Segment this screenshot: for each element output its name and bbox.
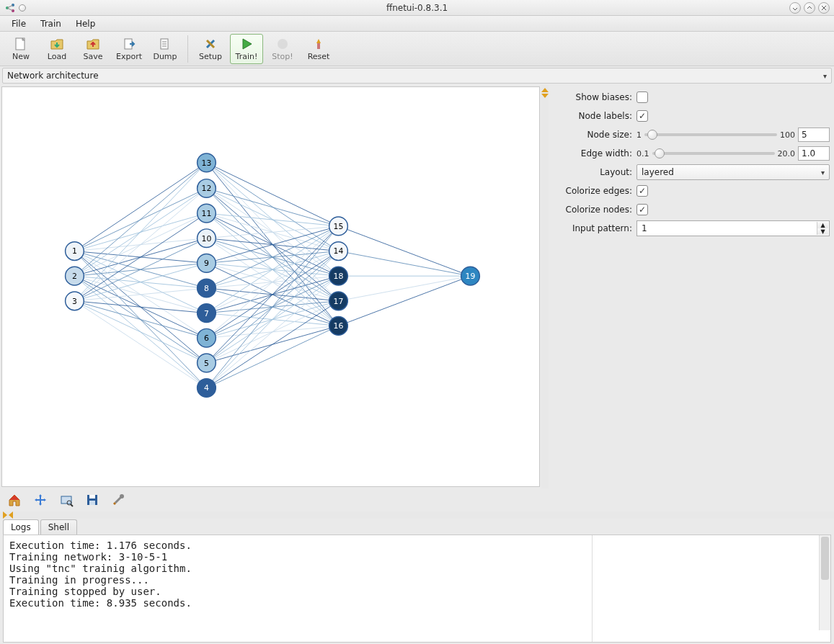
- svg-text:5: 5: [204, 359, 209, 368]
- input-pattern-spinner[interactable]: 1 ▲▼: [636, 220, 830, 236]
- node-9[interactable]: 9: [198, 254, 216, 272]
- node-14[interactable]: 14: [329, 242, 348, 261]
- node-4[interactable]: 4: [198, 379, 216, 398]
- network-canvas[interactable]: 12313121110987654151418171619: [1, 86, 540, 487]
- edge-width-slider[interactable]: [652, 152, 775, 155]
- home-icon[interactable]: [6, 491, 23, 509]
- maximize-button[interactable]: [804, 2, 815, 14]
- window-menu-icon[interactable]: [19, 4, 26, 12]
- vertical-splitter[interactable]: [541, 85, 549, 488]
- save-plot-icon[interactable]: [84, 491, 101, 509]
- save-icon: [85, 36, 101, 52]
- toolbar-new-button[interactable]: New: [4, 34, 37, 64]
- node-labels-checkbox[interactable]: ✓: [636, 110, 648, 122]
- toolbar-save-button[interactable]: Save: [76, 34, 110, 64]
- svg-text:11: 11: [202, 209, 212, 218]
- svg-line-95: [338, 226, 470, 276]
- colorize-edges-checkbox[interactable]: ✓: [636, 185, 648, 197]
- layout-combo[interactable]: layered ▾: [636, 164, 830, 180]
- node-size-slider[interactable]: [644, 133, 777, 136]
- menubar: File Train Help: [0, 16, 834, 32]
- close-button[interactable]: [818, 2, 830, 14]
- show-biases-checkbox[interactable]: [636, 91, 648, 103]
- svg-point-13: [278, 39, 288, 49]
- architecture-combo-label: Network architecture: [7, 71, 99, 81]
- node-7[interactable]: 7: [198, 304, 216, 323]
- node-8[interactable]: 8: [198, 279, 216, 298]
- svg-text:18: 18: [334, 272, 344, 281]
- svg-line-38: [74, 238, 206, 301]
- pan-icon[interactable]: [32, 491, 49, 509]
- input-pattern-label: Input pattern:: [553, 223, 632, 233]
- tab-shell[interactable]: Shell: [40, 519, 77, 535]
- log-text[interactable]: Execution time: 1.176 seconds. Training …: [4, 535, 593, 642]
- architecture-combo[interactable]: Network architecture ▾: [2, 68, 832, 84]
- svg-line-3: [7, 5, 13, 8]
- toolbar-train-label: Train!: [236, 52, 258, 61]
- toolbar-train-button[interactable]: Train!: [230, 34, 263, 64]
- svg-text:1: 1: [72, 246, 77, 256]
- menu-file[interactable]: File: [4, 17, 33, 30]
- colorize-nodes-label: Colorize nodes:: [553, 205, 632, 215]
- svg-rect-143: [89, 501, 95, 505]
- app-icon: [4, 2, 26, 14]
- minimize-button[interactable]: [789, 2, 801, 14]
- spin-up-icon[interactable]: ▲: [817, 222, 828, 228]
- svg-text:6: 6: [204, 334, 209, 343]
- toolbar-setup-button[interactable]: Setup: [194, 34, 227, 64]
- node-1[interactable]: 1: [66, 242, 84, 261]
- menu-train[interactable]: Train: [33, 17, 68, 30]
- svg-line-60: [206, 226, 338, 238]
- svg-line-25: [74, 163, 206, 276]
- svg-text:17: 17: [334, 297, 344, 306]
- node-19[interactable]: 19: [461, 267, 480, 285]
- toolbar-new-label: New: [12, 52, 30, 61]
- node-18[interactable]: 18: [329, 267, 348, 285]
- svg-text:13: 13: [202, 158, 212, 168]
- node-15[interactable]: 15: [329, 217, 348, 236]
- svg-text:19: 19: [466, 272, 476, 281]
- toolbar-reset-button[interactable]: Reset: [302, 34, 335, 64]
- svg-line-80: [206, 226, 338, 338]
- toolbar-setup-label: Setup: [199, 52, 222, 61]
- zoom-icon[interactable]: [58, 491, 75, 509]
- toolbar-load-button[interactable]: Load: [40, 34, 74, 64]
- export-icon: [121, 36, 137, 52]
- vertical-scrollbar[interactable]: [819, 535, 830, 630]
- node-2[interactable]: 2: [66, 267, 84, 285]
- node-12[interactable]: 12: [198, 179, 216, 198]
- svg-line-44: [74, 301, 206, 388]
- node-16[interactable]: 16: [329, 317, 348, 336]
- svg-text:7: 7: [204, 309, 209, 318]
- node-10[interactable]: 10: [198, 229, 216, 248]
- colorize-edges-label: Colorize edges:: [553, 186, 632, 196]
- horizontal-splitter[interactable]: [0, 511, 834, 519]
- log-side-panel: [593, 535, 830, 642]
- tab-logs[interactable]: Logs: [3, 519, 39, 535]
- toolbar-dump-button[interactable]: Dump: [148, 34, 182, 64]
- toolbar-stop-label: Stop!: [272, 52, 293, 61]
- configure-icon[interactable]: [110, 491, 127, 509]
- node-size-input[interactable]: 5: [798, 128, 830, 142]
- node-11[interactable]: 11: [198, 204, 216, 223]
- node-3[interactable]: 3: [66, 292, 84, 310]
- node-17[interactable]: 17: [329, 292, 348, 310]
- colorize-nodes-checkbox[interactable]: ✓: [636, 204, 648, 215]
- node-13[interactable]: 13: [198, 153, 216, 172]
- toolbar-export-button[interactable]: Export: [112, 34, 146, 64]
- svg-line-41: [74, 301, 206, 313]
- svg-text:16: 16: [334, 321, 344, 331]
- svg-line-36: [74, 188, 206, 300]
- svg-line-99: [338, 276, 470, 326]
- node-5[interactable]: 5: [198, 354, 216, 372]
- svg-line-140: [71, 504, 73, 506]
- svg-line-92: [206, 276, 338, 388]
- menu-help[interactable]: Help: [68, 17, 102, 30]
- node-6[interactable]: 6: [198, 328, 216, 347]
- svg-text:12: 12: [202, 184, 212, 193]
- node-size-label: Node size:: [553, 130, 632, 140]
- show-biases-label: Show biases:: [553, 92, 632, 102]
- spin-down-icon[interactable]: ▼: [817, 228, 828, 235]
- edge-width-input[interactable]: 1.0: [798, 146, 830, 161]
- svg-line-45: [206, 163, 338, 226]
